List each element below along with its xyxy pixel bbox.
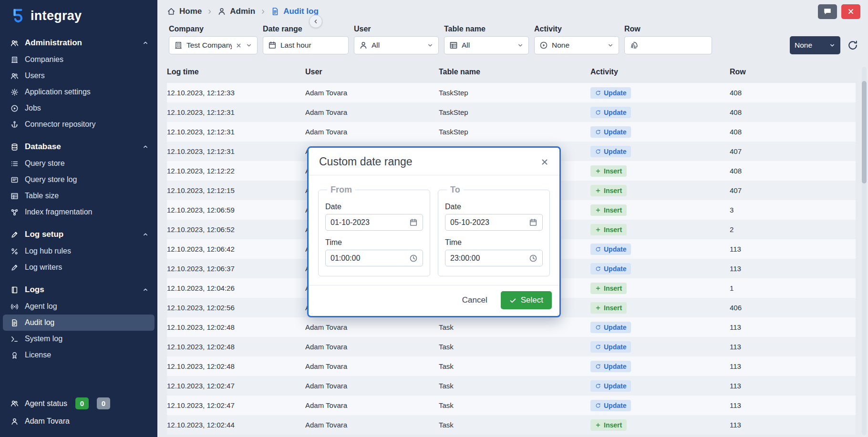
cell-user: Adam Tovara — [305, 343, 439, 351]
scrollbar-thumb[interactable] — [862, 81, 867, 183]
sidebar-user[interactable]: Adam Tovara — [0, 413, 157, 429]
modal-close-button[interactable] — [540, 158, 549, 166]
vertical-scrollbar[interactable] — [862, 67, 867, 435]
cell-log-time: 12.10.2023, 12:12:31 — [167, 108, 305, 116]
user-select[interactable]: All — [354, 36, 439, 54]
insert-icon — [595, 227, 601, 233]
table-row[interactable]: 12.10.2023, 12:12:31Adam TovaraTaskStepU… — [167, 122, 856, 142]
company-select[interactable]: Test Company — [169, 36, 258, 54]
clock-icon[interactable] — [529, 254, 537, 263]
to-time-value: 23:00:00 — [450, 254, 480, 263]
activity-select-value: None — [552, 41, 569, 50]
table-row[interactable]: 12.10.2023, 12:12:33Adam TovaraTaskStepU… — [167, 83, 856, 102]
sidebar-section-database: DatabaseQuery storeQuery store logTable … — [0, 138, 157, 220]
activity-badge-label: Update — [604, 109, 626, 116]
to-date-input[interactable]: 05-10-2023 — [445, 214, 543, 231]
cell-activity: Update — [590, 107, 730, 118]
sidebar-item-system-log[interactable]: System log — [3, 331, 155, 347]
update-icon — [595, 246, 601, 252]
sidebar-item-label: Audit log — [25, 318, 54, 327]
book-icon — [10, 286, 19, 294]
cell-row: 113 — [730, 401, 856, 409]
clear-company-icon[interactable] — [236, 42, 242, 49]
percent-icon — [10, 247, 19, 255]
sidebar-collapse-button[interactable] — [309, 15, 322, 28]
update-icon — [595, 129, 601, 135]
sidebar-item-connector-repository[interactable]: Connector repository — [3, 116, 155, 132]
table-name-select[interactable]: All — [444, 36, 529, 54]
chevron-left-icon — [312, 18, 319, 25]
activity-badge: Update — [590, 87, 631, 99]
sidebar-item-query-store-log[interactable]: Query store log — [3, 172, 155, 188]
from-time-input[interactable]: 01:00:00 — [325, 250, 423, 266]
sidebar-section-header-log-setup[interactable]: Log setup — [0, 226, 157, 243]
sidebar-section-header-logs[interactable]: Logs — [0, 281, 157, 298]
agents-icon — [10, 399, 19, 407]
sidebar-item-agent-log[interactable]: Agent log — [3, 298, 155, 315]
calendar-icon[interactable] — [529, 218, 537, 227]
sidebar-section-header-administration[interactable]: Administration — [0, 34, 157, 51]
from-date-input[interactable]: 01-10-2023 — [325, 214, 423, 231]
cell-table-name: Task — [439, 401, 590, 409]
date-range-select[interactable]: Last hour — [263, 36, 349, 54]
sidebar-item-license[interactable]: License — [3, 347, 155, 363]
table-row[interactable]: 12.10.2023, 12:02:47Adam TovaraTaskUpdat… — [167, 396, 856, 415]
sidebar-item-application-settings[interactable]: Application settings — [3, 84, 155, 100]
cancel-button[interactable]: Cancel — [462, 295, 487, 305]
sidebar-item-label: Query store — [25, 159, 65, 168]
agent-status[interactable]: Agent status 0 0 — [0, 394, 157, 413]
to-time-input[interactable]: 23:00:00 — [445, 250, 543, 266]
sidebar-section-administration: AdministrationCompaniesUsersApplication … — [0, 34, 157, 132]
sidebar-item-query-store[interactable]: Query store — [3, 155, 155, 172]
filter-row: Row — [624, 25, 712, 54]
pen-icon — [10, 264, 19, 272]
sidebar-item-index-fragmentation[interactable]: Index fragmentation — [3, 204, 155, 220]
cell-table-name: Task — [439, 323, 590, 331]
chevron-down-icon — [517, 42, 524, 49]
table-row[interactable]: 12.10.2023, 12:02:44Adam TovaraTaskInser… — [167, 415, 856, 435]
date-range-value: Last hour — [280, 41, 311, 50]
license-icon — [10, 351, 19, 359]
table-row[interactable]: 12.10.2023, 12:02:48Adam TovaraTaskUpdat… — [167, 356, 856, 376]
table-row[interactable]: 12.10.2023, 12:02:47Adam TovaraTaskUpdat… — [167, 376, 856, 396]
select-button[interactable]: Select — [501, 291, 552, 309]
cell-activity: Insert — [590, 224, 730, 235]
clock-icon[interactable] — [409, 254, 418, 263]
to-time-label: Time — [445, 238, 543, 247]
anchor-icon — [10, 121, 19, 129]
breadcrumb-home[interactable]: Home — [167, 7, 202, 16]
chevron-up-icon — [142, 286, 149, 293]
sidebar-item-label: License — [25, 351, 51, 359]
chat-button[interactable] — [818, 4, 837, 19]
breadcrumb-admin[interactable]: Admin — [217, 7, 255, 16]
building-icon — [10, 56, 19, 64]
cell-log-time: 12.10.2023, 12:02:47 — [167, 382, 305, 390]
activity-select[interactable]: None — [534, 36, 619, 54]
sidebar-item-table-size[interactable]: Table size — [3, 188, 155, 204]
calendar-icon[interactable] — [409, 218, 418, 227]
users-icon — [10, 72, 19, 80]
activity-badge-label: Insert — [604, 285, 622, 292]
table-row[interactable]: 12.10.2023, 12:12:31Adam TovaraTaskStepU… — [167, 102, 856, 122]
table-row[interactable]: 12.10.2023, 12:02:48Adam TovaraTaskUpdat… — [167, 317, 856, 337]
breadcrumb-audit-log[interactable]: Audit log — [271, 7, 319, 16]
sidebar-item-log-hub-rules[interactable]: Log hub rules — [3, 243, 155, 259]
table-row[interactable]: 12.10.2023, 12:02:48Adam TovaraTaskUpdat… — [167, 337, 856, 356]
sidebar-item-audit-log[interactable]: Audit log — [3, 315, 155, 331]
row-input[interactable] — [624, 36, 712, 54]
toolbar-none-select[interactable]: None — [790, 36, 840, 54]
logo[interactable]: integray — [0, 0, 157, 31]
filter-date-range: Date range Last hour — [263, 25, 349, 54]
cell-row: 406 — [730, 304, 856, 312]
sidebar-item-log-writers[interactable]: Log writers — [3, 259, 155, 275]
cell-row: 408 — [730, 128, 856, 136]
chevron-right-icon — [207, 9, 213, 15]
sidebar-section-header-database[interactable]: Database — [0, 138, 157, 155]
sidebar-item-companies[interactable]: Companies — [3, 51, 155, 68]
close-window-button[interactable] — [841, 4, 860, 19]
sidebar-item-label: Query store log — [25, 175, 77, 184]
sidebar-item-users[interactable]: Users — [3, 68, 155, 84]
sidebar-item-jobs[interactable]: Jobs — [3, 100, 155, 116]
cell-log-time: 12.10.2023, 12:12:22 — [167, 167, 305, 175]
refresh-button[interactable] — [847, 40, 858, 51]
